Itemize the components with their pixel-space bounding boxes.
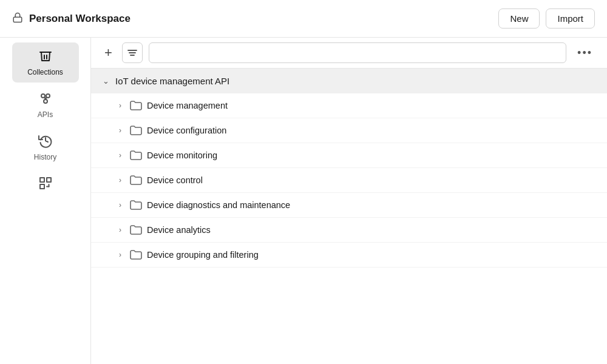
folder-icon	[130, 150, 142, 161]
header: Personal Workspace New Import	[0, 0, 607, 38]
chevron-right-icon: ›	[115, 101, 125, 110]
collection-item-name: Device grouping and filtering	[147, 250, 259, 260]
collection-list: ⌄ IoT device management API › Device man…	[91, 69, 607, 364]
chevron-right-icon: ›	[115, 176, 125, 184]
collection-item[interactable]: › Device management	[91, 93, 607, 118]
sidebar-collections-label: Collections	[27, 68, 63, 76]
chevron-down-icon: ⌄	[101, 76, 110, 86]
toolbar: + •••	[91, 38, 607, 69]
sidebar-item-apis[interactable]: APIs	[12, 85, 79, 125]
folder-icon	[130, 224, 142, 235]
sidebar-item-addons[interactable]	[12, 170, 79, 199]
collection-root-name: IoT device management API	[115, 76, 229, 86]
collection-item[interactable]: › Device monitoring	[91, 143, 607, 168]
collections-icon	[38, 49, 53, 66]
collection-item[interactable]: › Device configuration	[91, 118, 607, 143]
sidebar-history-label: History	[34, 153, 56, 161]
filter-button[interactable]	[122, 42, 143, 63]
plus-icon: +	[104, 46, 112, 59]
main-layout: Collections APIs	[0, 38, 607, 364]
chevron-right-icon: ›	[115, 251, 125, 259]
import-button[interactable]: Import	[546, 8, 595, 29]
filter-icon	[127, 49, 137, 57]
collection-item-name: Device configuration	[147, 126, 226, 135]
svg-rect-7	[47, 178, 51, 182]
folder-icon	[130, 249, 142, 260]
new-button[interactable]: New	[498, 8, 540, 29]
svg-rect-0	[13, 17, 22, 22]
svg-line-5	[46, 98, 47, 100]
folder-icon	[130, 175, 142, 186]
sidebar: Collections APIs	[0, 38, 91, 364]
collection-root-item[interactable]: ⌄ IoT device management API	[91, 69, 607, 93]
content-area: + ••• ⌄ IoT device management API	[91, 38, 607, 364]
lock-icon	[12, 12, 23, 25]
sidebar-item-collections[interactable]: Collections	[12, 42, 79, 83]
collection-items-container: › Device management › Device configurati…	[91, 93, 607, 268]
addons-icon	[38, 176, 53, 193]
collection-item-name: Device diagnostics and maintenance	[147, 200, 290, 210]
svg-rect-6	[40, 178, 44, 182]
apis-icon	[38, 91, 53, 108]
collection-item[interactable]: › Device diagnostics and maintenance	[91, 193, 607, 218]
sidebar-apis-label: APIs	[38, 110, 53, 119]
folder-icon	[130, 125, 142, 136]
sidebar-item-history[interactable]: History	[12, 127, 79, 167]
chevron-right-icon: ›	[115, 226, 125, 234]
svg-rect-8	[40, 184, 44, 189]
search-input[interactable]	[155, 48, 560, 58]
header-actions: New Import	[498, 8, 595, 29]
add-button[interactable]: +	[101, 45, 116, 61]
collection-item-name: Device monitoring	[147, 150, 217, 160]
collection-item-name: Device analytics	[147, 225, 211, 235]
history-icon	[38, 133, 53, 150]
folder-icon	[130, 100, 142, 111]
collection-item[interactable]: › Device control	[91, 168, 607, 193]
collection-item-name: Device control	[147, 175, 203, 185]
chevron-right-icon: ›	[115, 151, 125, 160]
header-left: Personal Workspace	[12, 12, 131, 25]
collection-item[interactable]: › Device grouping and filtering	[91, 243, 607, 268]
workspace-title: Personal Workspace	[29, 13, 131, 25]
collection-item-name: Device management	[147, 101, 228, 110]
chevron-right-icon: ›	[115, 201, 125, 209]
search-bar	[149, 42, 566, 63]
folder-icon	[130, 200, 142, 211]
chevron-right-icon: ›	[115, 126, 125, 135]
more-options-button[interactable]: •••	[572, 44, 597, 62]
collection-item[interactable]: › Device analytics	[91, 218, 607, 243]
